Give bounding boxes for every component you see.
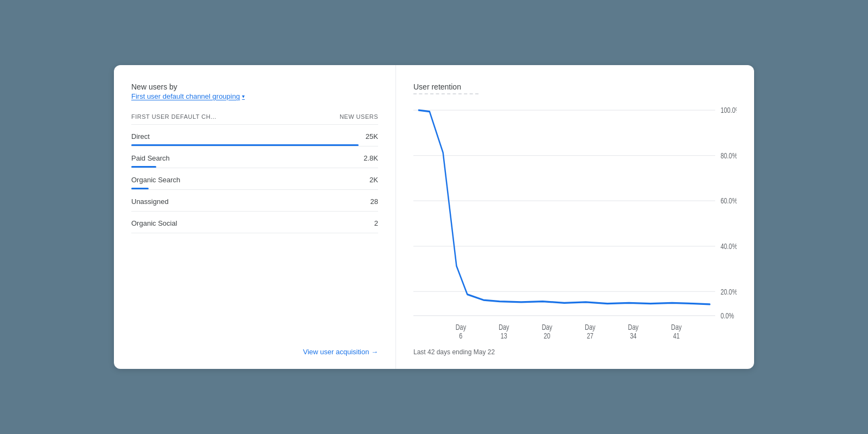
table-row: Direct 25K <box>131 125 378 146</box>
svg-text:13: 13 <box>501 331 507 340</box>
row-label-direct: Direct <box>131 132 150 141</box>
svg-text:40.0%: 40.0% <box>720 242 737 251</box>
table-row: Paid Search 2.8K <box>131 146 378 168</box>
svg-text:Day: Day <box>585 322 596 331</box>
subtitle-text: First user default channel grouping <box>131 92 240 100</box>
bar-direct <box>131 144 359 146</box>
view-user-acquisition-link[interactable]: View user acquisition → <box>303 348 379 356</box>
svg-text:6: 6 <box>459 331 462 340</box>
svg-text:Day: Day <box>628 322 639 331</box>
retention-chart: 100.0% 80.0% 60.0% 40.0% 20.0% 0.0% Day … <box>413 103 737 344</box>
view-link-text: View user acquisition → <box>303 348 379 356</box>
svg-text:0.0%: 0.0% <box>720 311 734 320</box>
row-value-organic-social: 2 <box>374 219 378 227</box>
table-header: FIRST USER DEFAULT CH... NEW USERS <box>131 111 378 125</box>
dropdown-arrow-icon: ▾ <box>242 93 245 99</box>
table-row: Unassigned 28 <box>131 190 378 212</box>
row-value-paid: 2.8K <box>363 154 378 162</box>
row-value-direct: 25K <box>366 132 378 141</box>
col1-header: FIRST USER DEFAULT CH... <box>131 113 216 120</box>
row-label-organic-social: Organic Social <box>131 219 177 227</box>
panel-title: New users by <box>131 82 378 91</box>
chart-footer: Last 42 days ending May 22 <box>413 348 737 356</box>
row-label-paid: Paid Search <box>131 154 170 162</box>
svg-text:Day: Day <box>456 322 467 331</box>
svg-text:Day: Day <box>671 322 682 331</box>
svg-text:27: 27 <box>587 331 593 340</box>
table-row: Organic Search 2K <box>131 168 378 190</box>
svg-text:100.0%: 100.0% <box>720 106 737 115</box>
bar-paid <box>131 166 156 168</box>
svg-text:41: 41 <box>673 331 680 340</box>
svg-text:20.0%: 20.0% <box>720 287 737 296</box>
svg-text:60.0%: 60.0% <box>720 196 737 206</box>
chart-area: 100.0% 80.0% 60.0% 40.0% 20.0% 0.0% Day … <box>413 103 737 344</box>
col2-header: NEW USERS <box>340 113 378 120</box>
right-panel: User retention 100.0% 80.0% 60.0% 40.0% … <box>396 65 754 369</box>
row-value-organic-search: 2K <box>369 176 378 184</box>
svg-text:Day: Day <box>499 322 509 331</box>
bar-organic <box>131 188 149 189</box>
svg-text:Day: Day <box>542 322 553 331</box>
main-card: New users by First user default channel … <box>114 65 754 369</box>
left-panel: New users by First user default channel … <box>114 65 396 369</box>
row-label-unassigned: Unassigned <box>131 197 169 206</box>
row-value-unassigned: 28 <box>371 197 378 206</box>
view-link-container: View user acquisition → <box>131 339 378 356</box>
svg-text:20: 20 <box>544 331 550 340</box>
table-row: Organic Social 2 <box>131 212 378 233</box>
svg-text:80.0%: 80.0% <box>720 151 737 160</box>
row-label-organic-search: Organic Search <box>131 176 180 184</box>
svg-text:34: 34 <box>630 331 636 340</box>
panel-subtitle[interactable]: First user default channel grouping ▾ <box>131 92 378 100</box>
right-panel-title: User retention <box>413 82 737 91</box>
title-divider <box>413 93 478 94</box>
